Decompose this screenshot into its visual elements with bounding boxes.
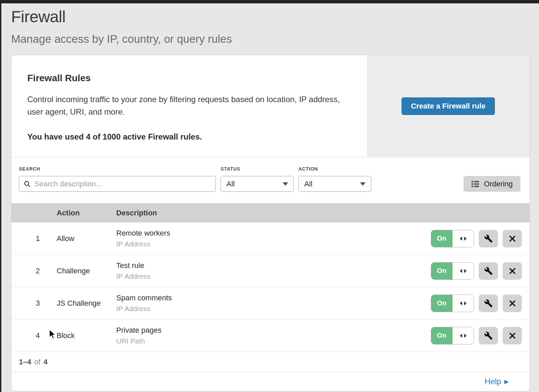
wrench-icon — [484, 299, 493, 308]
rule-match-field: IP Address — [116, 305, 431, 313]
rule-match-field: IP Address — [116, 240, 431, 248]
rule-enabled-toggle[interactable]: On — [431, 327, 474, 344]
search-filter: SEARCH — [19, 166, 216, 192]
ordering-button[interactable]: Ordering — [464, 176, 520, 192]
filters-bar: SEARCH STATUS All ACTION — [11, 157, 530, 203]
help-link-label: Help — [485, 377, 501, 386]
card-heading: Firewall Rules — [27, 73, 347, 84]
status-label: STATUS — [221, 166, 294, 172]
table-header: Action Description — [11, 203, 530, 222]
ordering-wrap: Ordering — [464, 176, 520, 192]
rule-description-cell: Private pages URI Path — [116, 326, 431, 345]
delete-rule-button[interactable] — [503, 327, 522, 344]
pagination-of: of — [34, 358, 40, 366]
help-link[interactable]: Help ▶ — [485, 377, 509, 386]
search-input[interactable] — [34, 180, 211, 188]
page-subtitle: Manage access by IP, country, or query r… — [11, 33, 531, 46]
left-right-arrows-icon — [452, 327, 474, 344]
status-filter: STATUS All — [221, 166, 294, 192]
wrench-icon — [484, 234, 493, 243]
page-title: Firewall — [11, 7, 531, 26]
action-column-header: Action — [57, 209, 116, 217]
screen-top-edge — [0, 0, 539, 3]
close-icon — [509, 300, 516, 307]
action-selected-value: All — [304, 180, 312, 188]
left-right-arrows-icon — [452, 295, 474, 312]
search-field[interactable] — [19, 176, 216, 192]
rule-enabled-toggle[interactable]: On — [431, 262, 474, 280]
delete-rule-button[interactable] — [503, 295, 522, 312]
ordered-list-icon — [471, 180, 479, 188]
card-header-text: Firewall Rules Control incoming traffic … — [11, 55, 367, 157]
rule-description: Spam comments — [116, 294, 431, 302]
table-row: 1 Allow Remote workers IP Address On — [11, 222, 530, 255]
firewall-rules-card: Firewall Rules Control incoming traffic … — [11, 55, 530, 391]
table-row: 3 JS Challenge Spam comments IP Address … — [11, 287, 530, 320]
rule-description-cell: Remote workers IP Address — [116, 229, 431, 248]
pagination-total: 4 — [43, 358, 47, 366]
pagination-range: 1–4 — [19, 358, 31, 366]
help-row: Help ▶ — [11, 372, 530, 391]
edit-rule-button[interactable] — [479, 262, 498, 280]
status-selected-value: All — [226, 180, 234, 188]
edit-rule-button[interactable] — [479, 295, 498, 312]
card-description: Control incoming traffic to your zone by… — [27, 93, 347, 118]
rule-action: Allow — [57, 234, 116, 243]
rule-action: Challenge — [57, 267, 116, 275]
toggle-on-label: On — [431, 263, 452, 279]
rules-usage-text: You have used 4 of 1000 active Firewall … — [27, 132, 347, 142]
wrench-icon — [484, 267, 493, 275]
create-firewall-rule-button[interactable]: Create a Firewall rule — [402, 97, 495, 115]
rule-priority: 3 — [11, 299, 57, 308]
rule-action: Block — [57, 331, 116, 340]
edit-rule-button[interactable] — [479, 327, 498, 344]
rule-controls: On — [431, 327, 530, 344]
rule-controls: On — [431, 230, 530, 247]
chevron-down-icon — [283, 182, 288, 186]
delete-rule-button[interactable] — [503, 262, 522, 280]
ordering-button-label: Ordering — [484, 180, 513, 188]
action-filter: ACTION All — [298, 166, 371, 192]
left-right-arrows-icon — [452, 230, 474, 247]
rule-priority: 2 — [11, 267, 57, 275]
toggle-on-label: On — [431, 327, 452, 344]
left-right-arrows-icon — [452, 263, 474, 279]
rule-description: Remote workers — [116, 229, 431, 238]
caret-right-icon: ▶ — [504, 379, 509, 385]
rule-controls: On — [431, 262, 530, 280]
table-row: 4 Block Private pages URI Path On — [11, 320, 530, 352]
delete-rule-button[interactable] — [503, 230, 522, 247]
rule-enabled-toggle[interactable]: On — [431, 295, 474, 312]
rule-match-field: URI Path — [116, 337, 431, 345]
description-column-header: Description — [116, 209, 530, 217]
rule-description-cell: Spam comments IP Address — [116, 294, 431, 313]
action-label: ACTION — [298, 166, 371, 172]
firewall-page: Firewall Manage access by IP, country, o… — [1, 3, 539, 391]
close-icon — [509, 235, 516, 242]
toggle-on-label: On — [431, 295, 452, 312]
rule-priority: 1 — [11, 234, 57, 243]
rule-action: JS Challenge — [57, 299, 116, 308]
card-header-section: Firewall Rules Control incoming traffic … — [11, 55, 530, 157]
toggle-on-label: On — [431, 230, 452, 247]
rule-enabled-toggle[interactable]: On — [431, 230, 474, 247]
close-icon — [509, 332, 516, 339]
rule-priority: 4 — [11, 331, 57, 340]
rule-description: Test rule — [116, 261, 431, 270]
close-icon — [509, 267, 516, 275]
pagination: 1–4 of 4 — [11, 352, 530, 372]
rule-description-cell: Test rule IP Address — [116, 261, 431, 280]
search-label: SEARCH — [19, 166, 216, 172]
create-rule-panel: Create a Firewall rule — [367, 55, 530, 157]
rule-controls: On — [431, 295, 530, 312]
action-select[interactable]: All — [298, 176, 371, 192]
chevron-down-icon — [360, 182, 366, 186]
rule-description: Private pages — [116, 326, 431, 335]
rule-match-field: IP Address — [116, 272, 431, 280]
edit-rule-button[interactable] — [479, 230, 498, 247]
table-row: 2 Challenge Test rule IP Address On — [11, 255, 530, 287]
status-select[interactable]: All — [221, 176, 294, 192]
wrench-icon — [484, 331, 493, 340]
search-icon — [24, 180, 31, 188]
